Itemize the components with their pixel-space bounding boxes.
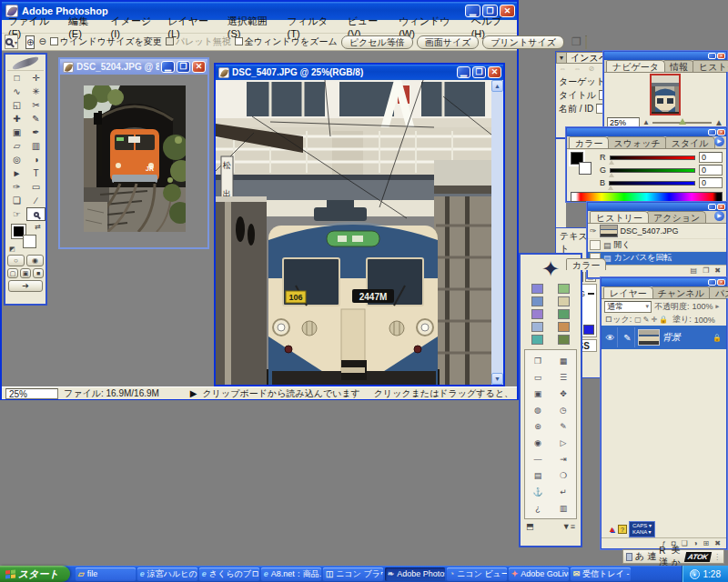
channel-g-slider[interactable] — [610, 168, 695, 173]
tool-eraser[interactable]: ▱ — [7, 139, 26, 153]
layers-minimize-icon[interactable] — [708, 279, 716, 286]
layer-row-background[interactable]: 👁 ✎ 背景 🔒 — [602, 326, 726, 349]
history-source-checkbox[interactable] — [590, 240, 601, 250]
golive-section-icon[interactable] — [558, 284, 570, 294]
history-step-open[interactable]: ▤ 開く — [588, 239, 726, 252]
photoshop-feather-logo[interactable] — [7, 55, 44, 71]
golive-object-icon[interactable]: ▭ — [534, 370, 542, 384]
tray-clock[interactable]: 1:28 — [703, 569, 721, 579]
dsc5204-canvas[interactable]: JR — [60, 75, 207, 263]
jump-to-imageready-button[interactable]: ➔ — [8, 280, 43, 292]
tool-type[interactable]: T — [26, 166, 46, 180]
golive-object-icon[interactable]: ⇥ — [560, 452, 567, 466]
tool-gradient[interactable]: ▥ — [26, 139, 46, 153]
zoom-in-icon[interactable]: ▲ — [714, 117, 723, 127]
history-menu-icon[interactable]: ▶ — [714, 211, 724, 221]
golive-object-icon[interactable]: ¿ — [535, 501, 541, 515]
tool-eyedropper[interactable]: ∕ — [26, 194, 46, 207]
tab-actions[interactable]: アクション — [647, 211, 706, 223]
golive-object-icon[interactable]: ✎ — [560, 419, 567, 433]
tab-paths[interactable]: パス — [709, 286, 728, 298]
task-suzumiya-haruhi[interactable]: e涼宮ハルヒの.. — [137, 567, 197, 581]
tool-healing-brush[interactable]: ✚ — [7, 112, 26, 125]
golive-section-icon[interactable] — [531, 284, 543, 294]
blend-mode-select[interactable]: 通常▾ — [604, 301, 652, 313]
channel-b-slider[interactable] — [609, 181, 695, 186]
tool-clone-stamp[interactable]: ▣ — [7, 125, 26, 139]
channel-g-value[interactable]: 0 — [699, 165, 723, 176]
golive-object-icon[interactable]: ✥ — [560, 386, 567, 400]
zoom-in-mode-button[interactable]: ⊕ — [25, 35, 35, 49]
tab-channels[interactable]: チャンネル — [652, 286, 711, 298]
dsc5407-vertical-scrollbar[interactable]: ▲ ▼ — [491, 80, 503, 385]
history-minimize-icon[interactable] — [708, 204, 716, 210]
dsc5407-photo[interactable]: 松 出 — [216, 80, 491, 385]
golive-object-icon[interactable]: ◉ — [534, 436, 541, 449]
golive-section-icon[interactable] — [531, 335, 543, 345]
golive-object-icon[interactable]: ☰ — [560, 370, 567, 384]
color-fg-bg-swatches[interactable] — [571, 152, 594, 179]
navigator-titlebar[interactable]: ✕ — [604, 52, 726, 60]
new-document-from-state-icon[interactable]: ▤ — [691, 266, 698, 275]
task-sakura-blog[interactable]: eさくらのブログ -.. — [199, 567, 259, 581]
color-menu-icon[interactable]: ▶ — [714, 136, 724, 146]
navigator-zoom-slider[interactable] — [652, 122, 712, 124]
tool-lasso[interactable]: ∿ — [7, 85, 26, 98]
tab-swatches[interactable]: スウォッチ — [607, 136, 666, 148]
tool-dodge[interactable]: ◑ — [26, 153, 46, 166]
history-titlebar[interactable]: ✕ — [588, 203, 726, 211]
scroll-down-icon[interactable]: ▼ — [491, 373, 503, 385]
tab-info[interactable]: 情報 — [663, 60, 694, 72]
ime-mode-renbun[interactable]: 連 — [647, 550, 656, 563]
task-nikon-viewer[interactable]: ◔ニコン ビューア.. — [447, 567, 507, 581]
atok-logo[interactable]: ATOK — [684, 552, 712, 562]
navigator-close-icon[interactable]: ✕ — [717, 53, 725, 59]
golive-section-icon[interactable] — [531, 322, 543, 332]
new-layer-icon[interactable]: ⊞ — [703, 539, 710, 547]
dsc5204-titlebar[interactable]: DSC_5204.JPG @ 8.33%... ▁ ❐ ✕ — [60, 59, 207, 75]
start-button[interactable]: スタート — [0, 566, 70, 582]
tab-styles[interactable]: スタイル — [665, 136, 715, 148]
tool-crop[interactable]: ◱ — [7, 98, 26, 112]
lock-buttons[interactable]: ▢✎✛🔒 — [634, 316, 670, 324]
color-minimize-icon[interactable] — [708, 129, 716, 135]
history-step-rotate-canvas[interactable]: ▤ カンバスを回転 — [588, 252, 726, 265]
color-ramp[interactable] — [571, 192, 723, 202]
navigator-zoom-field[interactable]: 25% — [607, 117, 640, 127]
tool-slice[interactable]: ✂ — [26, 98, 46, 112]
fit-on-screen-button[interactable]: 画面サイズ — [417, 35, 480, 49]
tool-magic-wand[interactable]: ✳ — [26, 85, 46, 98]
task-nikon-browser[interactable]: ◫ニコン ブラウザ.. — [323, 567, 383, 581]
golive-object-icon[interactable]: ▤ — [534, 468, 542, 482]
golive-section-icon[interactable] — [558, 335, 570, 345]
golive-object-icon[interactable]: ⊛ — [534, 419, 541, 433]
tool-zoom[interactable] — [26, 207, 46, 221]
golive-object-icon[interactable]: ❐ — [534, 354, 541, 367]
tab-navigator[interactable]: ナビゲータ — [606, 60, 665, 72]
fill-value[interactable]: 100% — [694, 316, 715, 325]
visibility-eye-icon[interactable]: 👁 — [603, 327, 618, 347]
tool-hand[interactable]: ☞ — [7, 207, 26, 221]
tool-notes[interactable]: ❏ — [7, 194, 26, 207]
dsc5407-minimize-button[interactable]: ▁ — [457, 66, 470, 78]
golive-section-icon[interactable] — [558, 322, 570, 332]
quick-mask-mode-button[interactable]: ◉ — [26, 255, 44, 266]
golive-section-icon[interactable] — [558, 296, 570, 306]
zoom-all-windows-checkbox[interactable]: 全ウィンドウをズーム — [235, 35, 338, 48]
tool-path-selection[interactable]: ► — [7, 166, 26, 180]
task-adobe-golive[interactable]: ✦Adobe GoLive.. — [509, 567, 569, 581]
dsc5204-photo[interactable]: JR — [84, 85, 186, 232]
layers-titlebar[interactable]: ✕ — [602, 278, 726, 286]
golive-object-icon[interactable]: ◷ — [560, 403, 567, 416]
task-outlook-inbox[interactable]: ✉受信トレイ - O.. — [571, 567, 631, 581]
navigator-minimize-icon[interactable] — [708, 53, 716, 59]
golive-object-icon[interactable]: ▷ — [561, 436, 567, 449]
color-close-icon[interactable]: ✕ — [717, 129, 725, 135]
dsc5407-maximize-button[interactable]: ❐ — [472, 66, 486, 78]
status-zoom-field[interactable]: 25% — [5, 388, 58, 399]
color-titlebar[interactable]: ✕ — [567, 128, 726, 136]
fullscreen-button[interactable]: ■ — [33, 268, 44, 278]
golive-object-icon[interactable]: ↵ — [560, 485, 567, 498]
channel-r-value[interactable]: 0 — [699, 152, 723, 163]
palette-well[interactable]: ブラツレ — [585, 35, 587, 49]
